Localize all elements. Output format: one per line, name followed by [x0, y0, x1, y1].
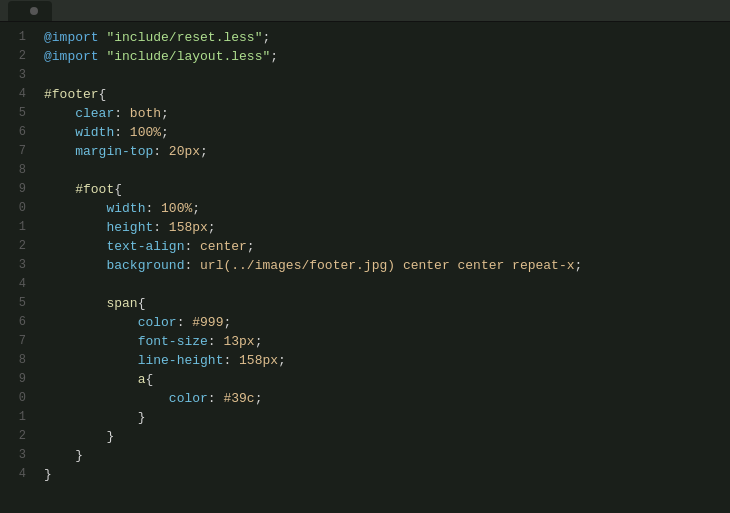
line-number: 0 [6, 199, 26, 218]
code-line: clear: both; [44, 104, 722, 123]
line-number: 1 [6, 28, 26, 47]
line-number: 2 [6, 47, 26, 66]
line-numbers: 123456789012345678901234 [0, 22, 36, 513]
line-number: 2 [6, 237, 26, 256]
code-area[interactable]: @import "include/reset.less";@import "in… [36, 22, 730, 513]
line-number: 2 [6, 427, 26, 446]
code-line: @import "include/layout.less"; [44, 47, 722, 66]
line-number: 8 [6, 161, 26, 180]
code-line: width: 100%; [44, 123, 722, 142]
code-line: } [44, 465, 722, 484]
code-line: margin-top: 20px; [44, 142, 722, 161]
code-line: font-size: 13px; [44, 332, 722, 351]
code-line: } [44, 446, 722, 465]
line-number: 5 [6, 104, 26, 123]
line-number: 4 [6, 465, 26, 484]
code-line: span{ [44, 294, 722, 313]
code-line: line-height: 158px; [44, 351, 722, 370]
code-line [44, 66, 722, 85]
line-number: 1 [6, 218, 26, 237]
line-number: 6 [6, 313, 26, 332]
code-line: } [44, 427, 722, 446]
line-number: 3 [6, 446, 26, 465]
code-line: text-align: center; [44, 237, 722, 256]
line-number: 3 [6, 256, 26, 275]
code-line: width: 100%; [44, 199, 722, 218]
code-line: @import "include/reset.less"; [44, 28, 722, 47]
line-number: 9 [6, 180, 26, 199]
editor-container: 123456789012345678901234 @import "includ… [0, 22, 730, 513]
code-line: #foot{ [44, 180, 722, 199]
line-number: 3 [6, 66, 26, 85]
line-number: 7 [6, 142, 26, 161]
code-line: } [44, 408, 722, 427]
line-number: 5 [6, 294, 26, 313]
code-line: a{ [44, 370, 722, 389]
code-line: background: url(../images/footer.jpg) ce… [44, 256, 722, 275]
line-number: 0 [6, 389, 26, 408]
code-line: color: #999; [44, 313, 722, 332]
line-number: 6 [6, 123, 26, 142]
title-bar [0, 0, 730, 22]
line-number: 4 [6, 85, 26, 104]
tab-dot [30, 7, 38, 15]
code-line [44, 161, 722, 180]
line-number: 8 [6, 351, 26, 370]
code-line: height: 158px; [44, 218, 722, 237]
code-line: #footer{ [44, 85, 722, 104]
line-number: 1 [6, 408, 26, 427]
tab[interactable] [8, 1, 52, 21]
line-number: 7 [6, 332, 26, 351]
line-number: 4 [6, 275, 26, 294]
code-line [44, 275, 722, 294]
line-number: 9 [6, 370, 26, 389]
code-line: color: #39c; [44, 389, 722, 408]
